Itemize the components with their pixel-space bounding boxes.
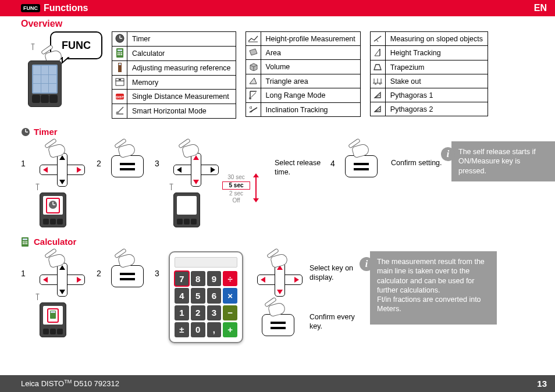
svg-point-28 <box>249 97 251 99</box>
svg-rect-15 <box>119 79 121 80</box>
svg-rect-5 <box>118 52 119 54</box>
timer-step-4: 4 Confirm setting. <box>330 141 447 227</box>
footer-bar: Leica DISTOTM D510 792312 13 <box>0 375 555 392</box>
timer-step-2: 2 <box>97 141 155 227</box>
pyth1-icon <box>372 90 383 100</box>
svg-marker-37 <box>374 65 381 70</box>
page-number: 13 <box>537 379 547 389</box>
svg-rect-62 <box>26 243 27 244</box>
calc-key: 1 <box>175 305 189 320</box>
func-label: Calculator <box>127 47 236 61</box>
clock-icon <box>115 33 125 44</box>
calculator-icon <box>115 48 125 58</box>
step-number: 2 <box>97 251 102 278</box>
step-text: Select release time. <box>275 141 330 177</box>
calc-key: + <box>223 322 237 337</box>
svg-rect-7 <box>121 52 122 54</box>
calculator-screen: 7 8 9 ÷ 4 5 6 × 1 2 3 − ± <box>163 251 249 343</box>
language-indicator: EN <box>534 3 547 13</box>
step-number: 2 <box>97 141 102 168</box>
calc-key: 8 <box>191 271 205 286</box>
header-title-text: Functions <box>44 3 88 13</box>
timer-heading: Timer <box>0 123 555 139</box>
func-label: Long Range Mode <box>261 88 360 103</box>
volume-icon <box>248 61 258 72</box>
svg-line-33 <box>376 40 378 42</box>
svg-text:α: α <box>250 105 252 109</box>
svg-rect-10 <box>121 54 122 55</box>
func-badge-icon: FUNC <box>21 4 40 12</box>
hand-icon <box>354 141 377 159</box>
hand-icon <box>120 141 143 159</box>
svg-rect-58 <box>24 241 26 243</box>
calculator-info-box: i The measurement result from the main l… <box>370 251 497 325</box>
func-device-illustration: FUNC <box>21 31 102 107</box>
calc-key: − <box>223 305 237 320</box>
calc-key: 7 <box>175 271 189 286</box>
calc-key: ÷ <box>223 271 237 286</box>
func-label: Height-profile Measurement <box>261 32 360 46</box>
long-range-icon <box>248 90 258 100</box>
timer-info-box: i The self release starts if ON/Measure … <box>451 141 555 181</box>
func-label: Memory <box>127 76 236 90</box>
calc-step-1: 1 <box>21 251 97 337</box>
svg-rect-9 <box>119 54 120 55</box>
calculator-heading: Calculator <box>0 233 555 249</box>
svg-rect-6 <box>119 52 120 54</box>
stakeout-icon: ab <box>372 76 383 86</box>
step-number: 3 <box>155 251 161 278</box>
svg-rect-64 <box>51 311 55 313</box>
func-label: Adjusting measuring reference <box>127 61 236 76</box>
svg-line-29 <box>251 92 256 97</box>
func-label: Smart Horizontal Mode <box>127 104 236 119</box>
calc-key: 2 <box>191 305 205 320</box>
hand-icon <box>44 251 67 269</box>
hand-icon <box>120 251 143 269</box>
hand-icon <box>178 141 201 159</box>
func-label: Trapezium <box>385 60 488 74</box>
svg-line-32 <box>374 36 381 41</box>
svg-text:b: b <box>379 82 381 85</box>
functions-table-1: Timer Calculator Adjusting measuring ref… <box>112 31 236 119</box>
hand-icon <box>44 141 67 159</box>
func-label: Height Tracking <box>385 46 488 60</box>
svg-rect-4 <box>118 49 122 51</box>
func-label: Single Distance Measurement <box>127 90 236 104</box>
step-text: Select key on display. <box>309 251 365 282</box>
timer-steps: 1 2 3 <box>0 139 555 233</box>
calculator-steps: 1 2 3 <box>0 249 555 349</box>
step-text: Confirm setting. <box>391 141 447 168</box>
updown-arrow-icon <box>254 174 259 202</box>
svg-marker-22 <box>250 49 257 55</box>
hand-icon <box>266 251 290 269</box>
step-text: Confirm every key. <box>309 300 365 331</box>
calc-key: 6 <box>207 288 222 303</box>
func-label: Volume <box>261 60 360 74</box>
height-track-icon <box>372 47 383 58</box>
pyth2-icon <box>372 104 383 114</box>
svg-rect-57 <box>23 241 24 243</box>
func-label: Measuring on sloped objects <box>385 32 488 46</box>
info-icon: i <box>360 257 373 271</box>
functions-table-2: Height-profile Measurement Area Volume T… <box>246 31 361 117</box>
svg-marker-25 <box>250 78 257 84</box>
step-number: 4 <box>330 141 336 168</box>
svg-line-35 <box>375 49 380 56</box>
device-calc-icon <box>29 299 81 337</box>
svg-rect-56 <box>23 238 27 240</box>
func-label: Pythagoras 1 <box>385 88 488 102</box>
calc-step-2: 2 <box>97 251 155 337</box>
svg-point-20 <box>116 112 119 115</box>
calc-key: 9 <box>207 271 222 286</box>
page-title: FUNC Functions <box>21 3 88 13</box>
height-profile-icon <box>248 33 258 44</box>
svg-rect-61 <box>24 243 26 244</box>
svg-line-47 <box>375 106 380 112</box>
dist-icon: DIST <box>115 91 125 101</box>
inclination-icon: α <box>248 104 258 115</box>
device-timer-icon <box>29 189 81 227</box>
clock-icon <box>21 127 30 137</box>
memory-icon <box>115 77 125 87</box>
func-label: Stake out <box>385 74 488 88</box>
svg-rect-8 <box>118 54 119 55</box>
